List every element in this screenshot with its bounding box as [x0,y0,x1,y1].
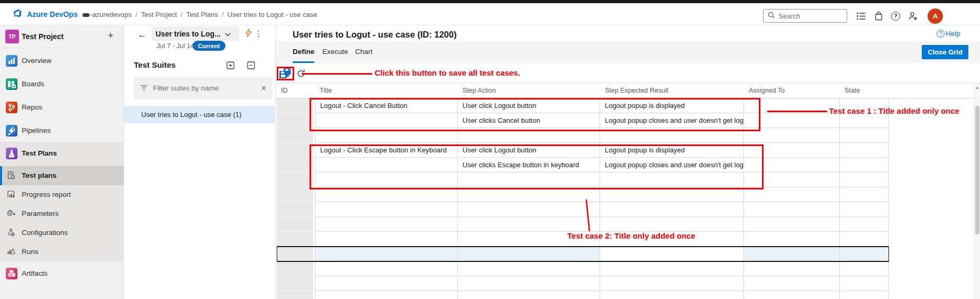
row-header-cell[interactable] [277,143,315,158]
cell-state[interactable] [840,113,889,128]
cell-title[interactable] [315,247,458,261]
column-header-id[interactable]: ID [281,87,288,94]
cell-title[interactable]: Logout - Click Cancel Button [315,98,458,113]
cell-step-action[interactable]: User click Logout button [458,143,600,158]
row-header-cell[interactable] [277,232,315,247]
cell-step-action[interactable] [458,247,600,261]
cell-step-expected-result[interactable]: Logout popup closes and user doesn't get… [600,113,744,128]
cell-step-expected-result[interactable]: Logout popup is displayed [600,143,744,158]
row-header-cell[interactable] [277,187,315,202]
scrollbar-up-arrow[interactable]: ▲ [975,86,979,90]
row-header-cell[interactable] [277,261,315,276]
suite-filter-input[interactable] [153,84,253,92]
cell-step-action[interactable]: User clicks Escape button in keyboard [458,158,600,173]
search-input[interactable] [778,12,837,20]
breadcrumb-org[interactable]: -azuredevops [83,11,132,19]
row-header-cell[interactable] [277,217,315,232]
sidebar-item-parameters[interactable]: @▴ Parameters [0,204,124,223]
cell-step-action[interactable] [458,187,600,202]
help-icon[interactable]: ? [891,12,900,21]
sidebar-item-test-plans-sub[interactable]: Test plans [0,166,124,185]
row-header-cell[interactable] [277,291,315,299]
cell-state[interactable] [840,187,889,202]
marketplace-bag-icon[interactable] [874,11,883,21]
scrollbar-thumb[interactable] [975,106,979,234]
cell-assigned-to[interactable] [744,217,840,232]
tab-execute[interactable]: Execute [322,48,348,56]
cell-assigned-to[interactable] [744,247,840,261]
table-row[interactable]: User clicks Escape button in keyboardLog… [277,158,889,173]
row-header-cell[interactable] [277,173,315,187]
clear-filter-icon[interactable]: × [261,84,266,93]
cell-state[interactable] [840,128,889,143]
cell-assigned-to[interactable] [744,113,840,128]
user-avatar[interactable]: A [928,8,943,24]
cell-step-action[interactable] [458,261,600,276]
help-link[interactable]: ? Help [937,30,960,38]
table-row[interactable] [277,128,889,143]
row-header-cell[interactable] [277,98,315,113]
table-row[interactable] [277,217,889,232]
cell-state[interactable] [840,217,889,232]
back-button[interactable]: ← [138,30,148,40]
cell-state[interactable] [840,143,889,158]
cell-assigned-to[interactable] [744,187,840,202]
cell-step-expected-result[interactable] [600,217,744,232]
cell-assigned-to[interactable] [744,202,840,217]
plan-more-options-button[interactable]: ⋮ [255,29,262,39]
cell-step-expected-result[interactable]: Logout popup closes and user doesn't get… [600,158,744,173]
sidebar-item-runs[interactable]: Runs [0,242,124,261]
table-row[interactable] [277,173,889,187]
cell-assigned-to[interactable] [744,128,840,143]
column-header-title[interactable]: Title [320,87,332,94]
save-all-button[interactable] [279,68,291,78]
cell-title[interactable] [315,261,458,276]
cell-title[interactable] [315,187,458,202]
sidebar-item-overview[interactable]: Overview [0,49,124,73]
sidebar-item-repos[interactable]: Repos [0,96,124,119]
cell-state[interactable] [840,276,889,291]
breadcrumb-current-page[interactable]: User tries to Logut - use case [228,11,317,19]
cell-step-action[interactable] [458,128,600,143]
cell-step-expected-result[interactable] [600,202,744,217]
table-row[interactable] [277,276,889,291]
cell-assigned-to[interactable] [744,232,840,247]
cell-state[interactable] [840,158,889,173]
table-row[interactable]: Logout - Click Escape button in Keyboard… [277,143,889,158]
sidebar-item-pipelines[interactable]: Pipelines [0,119,124,142]
row-header-cell[interactable] [277,276,315,291]
cell-step-expected-result[interactable] [600,261,744,276]
cell-title[interactable] [315,291,458,299]
tab-chart[interactable]: Chart [355,48,373,56]
cell-assigned-to[interactable] [744,143,840,158]
work-items-list-icon[interactable] [856,11,866,21]
row-header-cell[interactable] [277,113,315,128]
plan-selector[interactable]: User tries to Log... [151,26,239,41]
table-row[interactable] [277,202,889,217]
cell-step-expected-result[interactable] [600,187,744,202]
close-grid-button[interactable]: Close Grid [922,45,968,59]
cell-step-expected-result[interactable]: Logout popup is displayed [600,98,744,113]
cell-title[interactable] [315,173,458,187]
sidebar-item-artifacts[interactable]: Artifacts [0,262,124,285]
project-avatar[interactable]: TP [5,30,19,43]
column-header-state[interactable]: State [845,87,860,94]
cell-step-expected-result[interactable] [600,128,744,143]
row-header-cell[interactable] [277,158,315,173]
table-row[interactable]: User clicks Cancel buttonLogout popup cl… [277,113,889,128]
cell-title[interactable] [315,202,458,217]
cell-title[interactable] [315,128,458,143]
search-box[interactable] [763,9,847,23]
cell-assigned-to[interactable] [744,276,840,291]
cell-state[interactable] [840,173,889,187]
breadcrumb-test-plans[interactable]: Test Plans [186,11,218,19]
cell-state[interactable] [840,202,889,217]
add-project-button[interactable]: + [105,30,116,43]
table-row[interactable] [277,261,889,276]
cell-title[interactable]: Logout - Click Escape button in Keyboard [315,143,458,158]
table-row[interactable] [277,291,889,299]
user-settings-icon[interactable] [908,11,918,21]
cell-step-action[interactable] [458,202,600,217]
sidebar-item-test-plans[interactable]: Test Plans [0,143,124,164]
row-header-cell[interactable] [277,202,315,217]
